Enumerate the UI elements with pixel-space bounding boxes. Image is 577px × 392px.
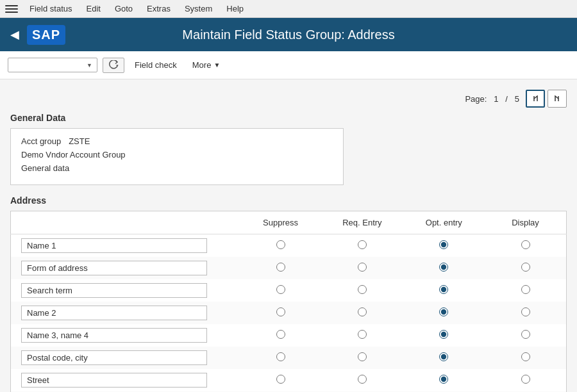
toolbar: Field check More ▼ — [0, 51, 577, 79]
radio-suppress[interactable] — [276, 330, 285, 339]
radio-opt-entry[interactable] — [439, 352, 448, 361]
address-header: Address — [10, 195, 567, 206]
prev-page-icon — [531, 94, 540, 103]
table-row: Form of address — [11, 257, 567, 279]
table-row: Name 1 — [11, 234, 567, 257]
more-label: More — [192, 60, 212, 70]
radio-opt-entry[interactable] — [439, 240, 448, 249]
refresh-button[interactable] — [103, 58, 124, 73]
sap-logo: SAP — [27, 25, 65, 45]
table-row: Search term — [11, 279, 567, 302]
field-name-label: Name 1 — [21, 238, 207, 253]
radio-suppress[interactable] — [276, 240, 285, 249]
col-suppress: Suppress — [240, 211, 321, 234]
chevron-down-icon: ▼ — [213, 61, 220, 69]
page-title: Maintain Field Status Group: Address — [182, 28, 394, 42]
col-opt-entry: Opt. entry — [403, 211, 485, 234]
radio-req-entry[interactable] — [358, 375, 367, 384]
toolbar-select[interactable] — [8, 58, 97, 72]
radio-suppress[interactable] — [276, 352, 285, 361]
menu-field-status[interactable]: Field status — [23, 1, 78, 16]
page-info-area: Page: 1 / 5 — [10, 90, 567, 108]
page-separator: / — [505, 94, 508, 104]
table-row: Name 2 — [11, 302, 567, 324]
radio-opt-entry[interactable] — [439, 263, 448, 272]
radio-req-entry[interactable] — [358, 330, 367, 339]
radio-opt-entry[interactable] — [439, 330, 448, 339]
radio-display[interactable] — [521, 352, 530, 361]
field-check-label[interactable]: Field check — [130, 58, 182, 72]
radio-req-entry[interactable] — [358, 263, 367, 272]
radio-display[interactable] — [521, 375, 530, 384]
general-data-box: Acct group ZSTE Demo Vndor Account Group… — [10, 128, 344, 185]
radio-display[interactable] — [521, 263, 530, 272]
radio-req-entry[interactable] — [358, 285, 367, 294]
toolbar-select-wrapper — [8, 58, 97, 72]
general-data-row-2: Demo Vndor Account Group — [21, 150, 333, 159]
general-data-row-1: Acct group ZSTE — [21, 136, 333, 146]
menu-system[interactable]: System — [178, 1, 219, 16]
radio-display[interactable] — [521, 285, 530, 294]
address-table: Suppress Req. Entry Opt. entry Display N… — [10, 211, 567, 392]
field-name-label: Postal code, city — [21, 350, 207, 365]
col-req-entry: Req. Entry — [321, 211, 403, 234]
general-data-row-3: General data — [21, 163, 333, 173]
radio-suppress[interactable] — [276, 285, 285, 294]
table-row: Name 3, name 4 — [11, 324, 567, 347]
menu-extras[interactable]: Extras — [140, 1, 177, 16]
page-current: 1 — [494, 94, 498, 104]
general-data-header: General Data — [10, 113, 567, 123]
radio-display[interactable] — [521, 240, 530, 249]
table-row: Postal code, city — [11, 347, 567, 369]
refresh-icon — [108, 60, 119, 70]
menu-help[interactable]: Help — [220, 1, 250, 16]
field-name-label: Search term — [21, 283, 207, 298]
col-field — [11, 211, 240, 234]
field-name-label: Name 2 — [21, 306, 207, 320]
next-page-button[interactable] — [548, 90, 567, 108]
header-bar: ◀ SAP Maintain Field Status Group: Addre… — [0, 18, 577, 51]
hamburger-menu[interactable] — [5, 3, 18, 15]
field-name-label: Form of address — [21, 261, 207, 275]
radio-opt-entry[interactable] — [439, 307, 448, 316]
menu-edit[interactable]: Edit — [79, 1, 106, 16]
nav-buttons — [526, 90, 567, 108]
radio-opt-entry[interactable] — [439, 375, 448, 384]
radio-suppress[interactable] — [276, 263, 285, 272]
field-name-label: Street — [21, 373, 207, 388]
back-button[interactable]: ◀ — [10, 28, 19, 42]
radio-suppress[interactable] — [276, 307, 285, 316]
table-row: Street — [11, 369, 567, 391]
menu-bar: Field status Edit Goto Extras System Hel… — [0, 0, 577, 18]
radio-display[interactable] — [521, 330, 530, 339]
prev-page-button[interactable] — [526, 90, 545, 108]
page-total: 5 — [515, 94, 519, 104]
radio-display[interactable] — [521, 307, 530, 316]
page-label: Page: 1 / 5 — [465, 94, 519, 104]
radio-req-entry[interactable] — [358, 240, 367, 249]
more-button[interactable]: More ▼ — [187, 58, 226, 72]
radio-suppress[interactable] — [276, 375, 285, 384]
content-area: Page: 1 / 5 General Data — [0, 79, 577, 392]
radio-req-entry[interactable] — [358, 307, 367, 316]
radio-req-entry[interactable] — [358, 352, 367, 361]
field-name-label: Name 3, name 4 — [21, 328, 207, 343]
col-display: Display — [485, 211, 566, 234]
menu-goto[interactable]: Goto — [108, 1, 139, 16]
radio-opt-entry[interactable] — [439, 285, 448, 294]
next-page-icon — [553, 94, 562, 103]
